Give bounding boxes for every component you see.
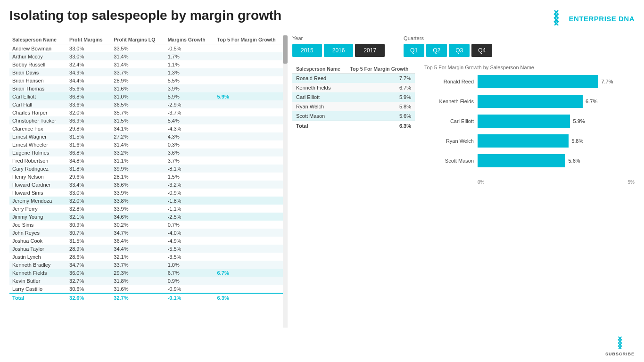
cell-mg: -0.9% xyxy=(165,189,215,197)
cell-top5 xyxy=(215,148,288,156)
mini-table: Salesperson Name Top 5 For Margin Growth… xyxy=(292,65,415,131)
table-row: Justin Lynch 28.6% 32.1% -3.5% xyxy=(9,253,288,261)
salesperson-table: Salesperson Name Profit Margins Profit M… xyxy=(9,35,288,302)
scrollbar[interactable] xyxy=(283,35,288,328)
cell-pmlq: 31.6% xyxy=(111,84,165,92)
bar-fill xyxy=(478,134,569,148)
bar-row: Scott Mason 5.6% xyxy=(424,154,635,167)
year-btn-group: 201520162017 xyxy=(292,44,385,57)
cell-top5 xyxy=(215,60,288,68)
table-row: Brian Thomas 35.6% 31.6% 3.9% xyxy=(9,84,288,92)
cell-name: Jimmy Young xyxy=(9,213,66,221)
cell-pmlq: 27.2% xyxy=(111,132,165,140)
bar-track: 6.7% xyxy=(478,95,635,108)
subscribe-dna-icon xyxy=(613,335,627,351)
cell-pm: 36.9% xyxy=(66,116,111,124)
footer-pmlq: 32.7% xyxy=(111,293,165,302)
cell-mg: -2.9% xyxy=(165,100,215,108)
cell-pm: 30.7% xyxy=(66,229,111,237)
quarter-btn-Q2[interactable]: Q2 xyxy=(426,44,447,57)
col-pm: Profit Margins xyxy=(66,35,111,44)
table-row: Larry Castillo 30.6% 31.6% -0.9% xyxy=(9,285,288,293)
cell-pm: 28.6% xyxy=(66,253,111,261)
cell-pmlq: 31.8% xyxy=(111,277,165,285)
cell-mg: 0.9% xyxy=(165,277,215,285)
subscribe-area: SUBSCRIBE xyxy=(605,335,635,356)
cell-mg: 1.5% xyxy=(165,173,215,181)
cell-pmlq: 36.5% xyxy=(111,100,165,108)
cell-name: Henry Nelson xyxy=(9,173,66,181)
bar-track: 7.7% xyxy=(478,75,635,88)
cell-pmlq: 33.9% xyxy=(111,205,165,213)
cell-pmlq: 28.1% xyxy=(111,173,165,181)
cell-top5 xyxy=(215,261,288,269)
cell-pm: 33.0% xyxy=(66,44,111,53)
cell-pmlq: 36.6% xyxy=(111,181,165,189)
table-row: Jerry Perry 32.8% 33.9% -1.1% xyxy=(9,205,288,213)
table-row: Fred Robertson 34.8% 31.1% 3.7% xyxy=(9,156,288,165)
mini-cell-val: 5.8% xyxy=(346,102,415,111)
table-row: Henry Nelson 29.6% 28.1% 1.5% xyxy=(9,173,288,181)
table-header: Salesperson Name Profit Margins Profit M… xyxy=(9,35,288,44)
filter-row: Year 201520162017 Quarters Q1Q2Q3Q4 xyxy=(292,35,635,57)
cell-mg: 3.6% xyxy=(165,148,215,156)
left-panel: Salesperson Name Profit Margins Profit M… xyxy=(9,35,288,355)
col-mg: Margins Growth xyxy=(165,35,215,44)
footer-pm: 32.6% xyxy=(66,293,111,302)
scrollbar-thumb[interactable] xyxy=(283,35,288,64)
year-btn-2016[interactable]: 2016 xyxy=(324,44,354,57)
table-row: Jimmy Young 32.1% 34.6% -2.5% xyxy=(9,213,288,221)
cell-name: Joshua Cook xyxy=(9,237,66,245)
cell-pm: 34.4% xyxy=(66,76,111,84)
cell-pm: 31.8% xyxy=(66,165,111,173)
quarter-btn-Q1[interactable]: Q1 xyxy=(404,44,424,57)
cell-name: Howard Gardner xyxy=(9,181,66,189)
mini-table-row: Ryan Welch 5.8% xyxy=(292,102,415,111)
quarter-btn-Q4[interactable]: Q4 xyxy=(471,44,492,57)
cell-pmlq: 34.4% xyxy=(111,245,165,253)
cell-mg: 0.7% xyxy=(165,221,215,229)
dna-icon xyxy=(548,8,565,29)
cell-mg: 5.9% xyxy=(165,92,215,100)
right-panel: Year 201520162017 Quarters Q1Q2Q3Q4 xyxy=(288,35,635,355)
bar-track: 5.8% xyxy=(478,134,635,148)
page-title: Isolating top salespeople by margin grow… xyxy=(9,8,281,23)
table-row: Christopher Tucker 36.9% 31.5% 5.4% xyxy=(9,116,288,124)
quarter-btn-group: Q1Q2Q3Q4 xyxy=(404,44,492,57)
cell-pmlq: 33.5% xyxy=(111,44,165,53)
cell-top5 xyxy=(215,277,288,285)
cell-top5 xyxy=(215,253,288,261)
year-btn-2015[interactable]: 2015 xyxy=(292,44,322,57)
cell-pmlq: 31.1% xyxy=(111,156,165,165)
table-row: Carl Hall 33.6% 36.5% -2.9% xyxy=(9,100,288,108)
mini-table-row: Carl Elliott 5.9% xyxy=(292,92,415,102)
mini-cell-name: Carl Elliott xyxy=(292,92,346,102)
cell-mg: -4.3% xyxy=(165,124,215,132)
cell-pm: 34.9% xyxy=(66,68,111,76)
bar-chart-panel: Top 5 For Margin Growth by Salesperson N… xyxy=(424,65,635,185)
mini-cell-name: Ronald Reed xyxy=(292,74,346,83)
table-row: Andrew Bowman 33.0% 33.5% -0.5% xyxy=(9,44,288,53)
mini-footer-label: Total xyxy=(292,121,346,131)
year-btn-2017[interactable]: 2017 xyxy=(355,44,385,57)
cell-name: Ernest Wagner xyxy=(9,132,66,140)
quarter-btn-Q3[interactable]: Q3 xyxy=(449,44,470,57)
cell-pm: 30.9% xyxy=(66,221,111,229)
table-row: Bobby Russell 32.4% 31.4% 1.1% xyxy=(9,60,288,68)
cell-name: Kenneth Bradley xyxy=(9,261,66,269)
cell-pm: 33.4% xyxy=(66,181,111,189)
bar-value: 7.7% xyxy=(601,79,613,84)
cell-pm: 29.8% xyxy=(66,124,111,132)
bar-row: Ryan Welch 5.8% xyxy=(424,134,635,148)
cell-name: Arthur Mccoy xyxy=(9,52,66,60)
cell-mg: 0.3% xyxy=(165,140,215,148)
cell-pmlq: 31.6% xyxy=(111,285,165,293)
cell-name: Brian Davis xyxy=(9,68,66,76)
cell-name: Brian Hansen xyxy=(9,76,66,84)
cell-top5 xyxy=(215,76,288,84)
col-name: Salesperson Name xyxy=(9,35,66,44)
cell-mg: -3.7% xyxy=(165,108,215,116)
cell-pm: 33.0% xyxy=(66,189,111,197)
cell-name: Charles Harper xyxy=(9,108,66,116)
cell-mg: -1.8% xyxy=(165,197,215,205)
